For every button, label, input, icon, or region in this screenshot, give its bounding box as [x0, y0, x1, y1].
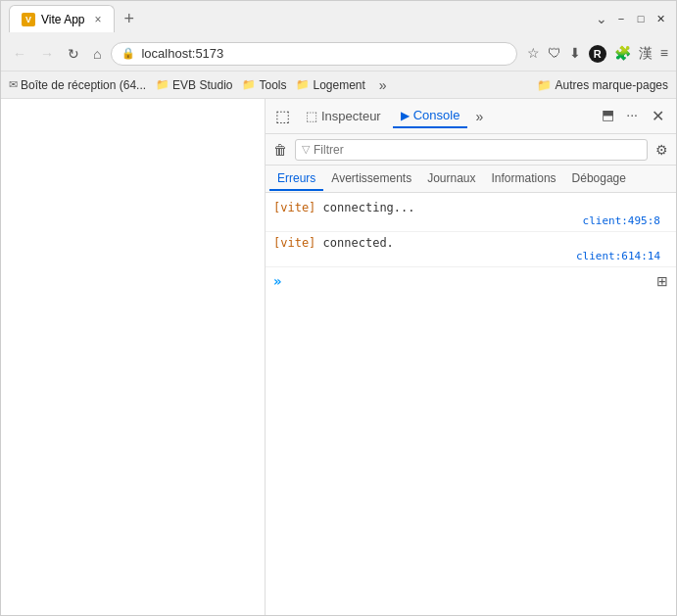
tab-erreurs[interactable]: Erreurs	[269, 167, 323, 191]
tab-journaux[interactable]: Journaux	[419, 167, 483, 191]
options-icon[interactable]: ···	[622, 105, 642, 127]
console-msg-text-2: connected.	[315, 236, 393, 250]
window-controls: − □ ✕	[613, 11, 668, 26]
tab-favicon: V	[22, 13, 35, 26]
console-filter-tabs: Erreurs Avertissements Journaux Informat…	[266, 166, 676, 193]
debogage-label: Débogage	[572, 171, 626, 185]
bookmark-label-logement: Logement	[313, 78, 364, 92]
bookmark-item-logement[interactable]: 📁 Logement	[296, 78, 364, 92]
erreurs-label: Erreurs	[277, 171, 315, 185]
download-icon[interactable]: ⬇	[569, 45, 581, 63]
console-prompt: » ⊞	[266, 267, 676, 295]
bookmark-item-tools[interactable]: 📁 Tools	[242, 78, 286, 92]
security-icon: 🔒	[121, 47, 135, 60]
console-message-2: [vite] connected.	[273, 236, 668, 250]
devtools-right-icons: ⬒ ··· ✕	[598, 105, 670, 127]
close-window-button[interactable]: ✕	[653, 11, 668, 26]
console-entry-2: [vite] connected. client:614:14	[266, 232, 676, 267]
folder-icon-tools: 📁	[242, 78, 256, 91]
split-view-icon[interactable]: ⬒	[598, 105, 618, 127]
console-message-1: [vite] connecting...	[273, 201, 668, 214]
devtools-panel: ⬚ ⬚ Inspecteur ▶ Console » ⬒ ··· ✕ 🗑	[265, 99, 676, 615]
address-text: localhost:5173	[141, 46, 223, 61]
maximize-button[interactable]: □	[633, 11, 649, 26]
folder-icon-logement: 📁	[296, 78, 310, 91]
devtools-toolbar2: 🗑 ▽ ⚙	[266, 134, 676, 166]
other-bookmarks-label: Autres marque-pages	[556, 78, 668, 92]
back-button[interactable]: ←	[9, 44, 30, 64]
devtools-close-button[interactable]: ✕	[646, 105, 670, 127]
minimize-button[interactable]: −	[613, 11, 629, 26]
inspector-icon: ⬚	[306, 109, 317, 123]
bookmark-star-icon[interactable]: ☆	[527, 45, 540, 63]
devtools-toolbar: ⬚ ⬚ Inspecteur ▶ Console » ⬒ ··· ✕	[266, 99, 676, 134]
main-area: ⬚ ⬚ Inspecteur ▶ Console » ⬒ ··· ✕ 🗑	[1, 99, 676, 615]
forward-button[interactable]: →	[36, 44, 58, 64]
console-label: Console	[413, 108, 460, 122]
bookmarks-more-button[interactable]: »	[379, 77, 387, 93]
new-tab-button[interactable]: +	[119, 7, 141, 31]
bookmark-item-evb[interactable]: 📁 EVB Studio	[156, 78, 232, 92]
console-prompt-chevron: »	[273, 273, 281, 289]
tab-title: Vite App	[41, 13, 84, 26]
other-bookmarks-icon: 📁	[537, 78, 552, 92]
refresh-button[interactable]: ↻	[64, 44, 83, 64]
home-button[interactable]: ⌂	[89, 44, 105, 64]
tab-avertissements[interactable]: Avertissements	[323, 167, 419, 191]
filter-input[interactable]	[314, 143, 641, 157]
console-entry-1: [vite] connecting... client:495:8	[266, 197, 676, 232]
tab-console[interactable]: ▶ Console	[393, 104, 468, 128]
vite-bracket-1: [vite]	[273, 201, 315, 214]
clear-console-button[interactable]: 🗑	[273, 142, 287, 158]
devtools-more-button[interactable]: »	[471, 107, 487, 126]
inspector-pick-icon[interactable]: ⬚	[271, 105, 294, 127]
bookmark-label-tools: Tools	[259, 78, 286, 92]
inspector-label: Inspecteur	[321, 109, 381, 123]
avertissements-label: Avertissements	[331, 171, 411, 185]
informations-label: Informations	[492, 171, 556, 185]
console-settings-icon[interactable]: ⚙	[655, 142, 668, 158]
profile-button[interactable]: R	[589, 45, 606, 63]
console-icon: ▶	[401, 109, 410, 122]
kanji-icon[interactable]: 漢	[639, 45, 653, 63]
shield-icon[interactable]: 🛡	[548, 45, 561, 63]
tab-debogage[interactable]: Débogage	[564, 167, 634, 191]
console-object-icon[interactable]: ⊞	[656, 273, 668, 289]
tab-inspector[interactable]: ⬚ Inspecteur	[298, 105, 389, 127]
console-source-2[interactable]: client:614:14	[273, 250, 668, 262]
chevron-down-icon[interactable]: ⌄	[596, 11, 607, 26]
console-output: [vite] connecting... client:495:8 [vite]…	[266, 193, 676, 615]
tab-area: V Vite App × +	[9, 5, 590, 32]
bookmark-item-mail[interactable]: ✉ Boîte de réception (64...	[9, 78, 146, 92]
page-content	[1, 99, 265, 615]
journaux-label: Journaux	[427, 171, 475, 185]
filter-icon: ▽	[302, 143, 310, 156]
tab-close-button[interactable]: ×	[94, 13, 101, 26]
bookmarks-other[interactable]: 📁 Autres marque-pages	[537, 78, 668, 92]
active-tab[interactable]: V Vite App ×	[9, 5, 115, 32]
bookmark-label-mail: Boîte de réception (64...	[21, 78, 146, 92]
bookmarks-bar: ✉ Boîte de réception (64... 📁 EVB Studio…	[1, 71, 676, 99]
filter-area[interactable]: ▽	[295, 139, 648, 161]
console-source-1[interactable]: client:495:8	[273, 214, 668, 227]
tab-informations[interactable]: Informations	[484, 167, 564, 191]
extensions-icon[interactable]: 🧩	[614, 45, 631, 63]
navigation-bar: ← → ↻ ⌂ 🔒 localhost:5173 ☆ 🛡 ⬇ R 🧩 漢 ≡	[1, 36, 676, 71]
bookmark-label-evb: EVB Studio	[172, 78, 232, 92]
nav-icons: ☆ 🛡 ⬇ R 🧩 漢 ≡	[527, 45, 668, 63]
address-bar[interactable]: 🔒 localhost:5173	[111, 42, 516, 66]
browser-window: V Vite App × + ⌄ − □ ✕ ← → ↻ ⌂ 🔒 localho…	[0, 0, 677, 616]
console-msg-text-1: connecting...	[315, 201, 414, 214]
menu-icon[interactable]: ≡	[660, 45, 668, 63]
vite-bracket-2: [vite]	[273, 236, 315, 250]
title-bar: V Vite App × + ⌄ − □ ✕	[1, 1, 676, 36]
folder-icon-evb: 📁	[156, 78, 169, 91]
mail-icon: ✉	[9, 78, 18, 91]
